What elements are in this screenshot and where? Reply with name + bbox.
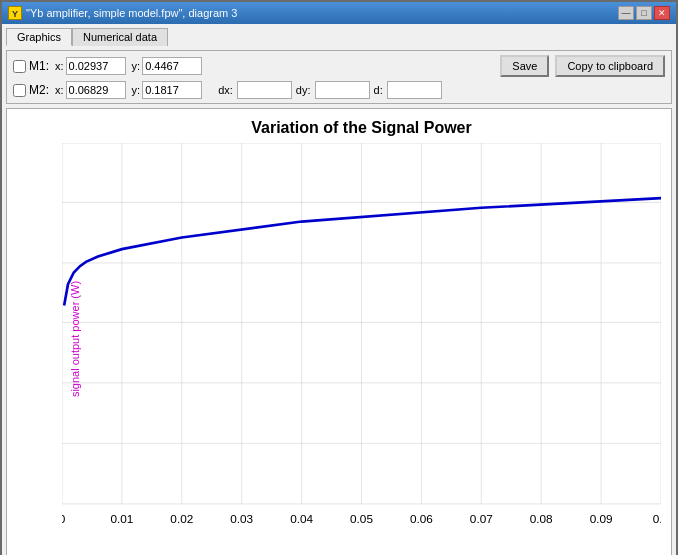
svg-text:0.06: 0.06 [410,512,433,525]
maximize-button[interactable]: □ [636,6,652,20]
dy-label: dy: [296,84,311,96]
title-bar: Y "Yb amplifier, simple model.fpw", diag… [2,2,676,24]
dx-label: dx: [218,84,233,96]
controls-row-2: M2: x: y: dx: dy: d: [13,81,665,99]
m1-checkbox[interactable] [13,60,26,73]
svg-text:0.09: 0.09 [590,512,613,525]
buttons-right: Save Copy to clipboard [208,55,665,77]
svg-text:0.03: 0.03 [230,512,253,525]
save-button[interactable]: Save [500,55,549,77]
m1-y-label: y: [132,60,141,72]
d-label: d: [374,84,383,96]
m2-x-label: x: [55,84,64,96]
copy-clipboard-button[interactable]: Copy to clipboard [555,55,665,77]
m1-label: M1: [29,59,49,73]
m2-y-group: y: [132,81,203,99]
svg-text:0.05: 0.05 [350,512,373,525]
svg-text:0.02: 0.02 [170,512,193,525]
window-icon: Y [8,6,22,20]
svg-text:0.01: 0.01 [110,512,133,525]
m1-x-label: x: [55,60,64,72]
svg-text:0.08: 0.08 [530,512,553,525]
chart-svg: 0 0.01 0.02 0.03 0.04 0.05 0.06 0.07 0.0… [62,143,661,536]
dy-input[interactable] [315,81,370,99]
m1-y-group: y: [132,57,203,75]
dx-input[interactable] [237,81,292,99]
chart-inner: signal output power (W) [62,143,661,536]
tab-graphics[interactable]: Graphics [6,28,72,46]
window-title: "Yb amplifier, simple model.fpw", diagra… [26,7,237,19]
m1-checkbox-group: M1: [13,59,49,73]
tabs-row: Graphics Numerical data [6,28,672,46]
svg-text:0.04: 0.04 [290,512,313,525]
m1-y-input[interactable] [142,57,202,75]
m2-x-input[interactable] [66,81,126,99]
d-input[interactable] [387,81,442,99]
svg-text:0: 0 [62,512,66,525]
minimize-button[interactable]: — [618,6,634,20]
m1-x-group: x: [55,57,126,75]
m2-checkbox[interactable] [13,84,26,97]
m2-y-label: y: [132,84,141,96]
svg-text:0.07: 0.07 [470,512,493,525]
controls-row-1: M1: x: y: Save Copy to clipboard [13,55,665,77]
m2-label: M2: [29,83,49,97]
chart-container: Variation of the Signal Power signal out… [6,108,672,555]
close-button[interactable]: ✕ [654,6,670,20]
svg-text:0.1: 0.1 [653,512,661,525]
tab-numerical[interactable]: Numerical data [72,28,168,46]
m1-x-input[interactable] [66,57,126,75]
y-axis-label: signal output power (W) [69,281,81,397]
controls-panel: M1: x: y: Save Copy to clipboard [6,50,672,104]
m2-y-input[interactable] [142,81,202,99]
m2-x-group: x: [55,81,126,99]
main-window: Y "Yb amplifier, simple model.fpw", diag… [0,0,678,555]
chart-title: Variation of the Signal Power [62,119,661,137]
m2-checkbox-group: M2: [13,83,49,97]
content-area: Graphics Numerical data M1: x: y: [2,24,676,555]
